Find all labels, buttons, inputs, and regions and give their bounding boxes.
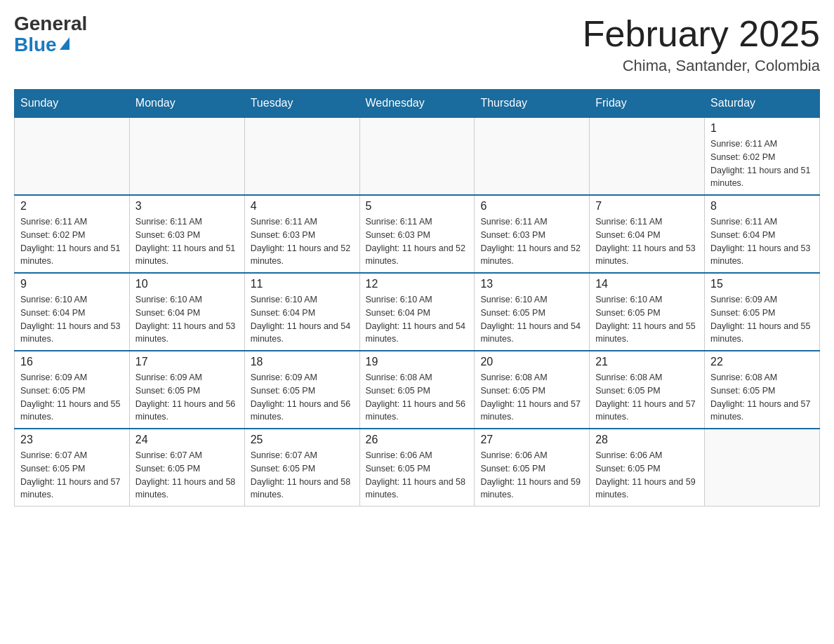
- day-info: Sunrise: 6:06 AMSunset: 6:05 PMDaylight:…: [366, 449, 469, 502]
- header-wednesday: Wednesday: [359, 90, 475, 118]
- header-friday: Friday: [590, 90, 705, 118]
- calendar-cell: [475, 117, 590, 195]
- day-info: Sunrise: 6:11 AMSunset: 6:04 PMDaylight:…: [595, 215, 699, 268]
- day-info: Sunrise: 6:11 AMSunset: 6:04 PMDaylight:…: [710, 215, 814, 268]
- calendar-cell: 24Sunrise: 6:07 AMSunset: 6:05 PMDayligh…: [129, 429, 244, 507]
- calendar-cell: 27Sunrise: 6:06 AMSunset: 6:05 PMDayligh…: [475, 429, 590, 507]
- day-number: 4: [251, 200, 354, 213]
- day-number: 19: [366, 356, 469, 368]
- header-monday: Monday: [129, 90, 244, 118]
- calendar-cell: 7Sunrise: 6:11 AMSunset: 6:04 PMDaylight…: [590, 195, 705, 273]
- day-number: 21: [595, 356, 699, 368]
- day-number: 18: [251, 356, 354, 368]
- day-info: Sunrise: 6:08 AMSunset: 6:05 PMDaylight:…: [366, 371, 469, 424]
- day-number: 20: [480, 356, 583, 368]
- day-number: 8: [710, 200, 814, 213]
- day-number: 25: [251, 434, 354, 446]
- day-number: 24: [135, 434, 239, 446]
- day-info: Sunrise: 6:11 AMSunset: 6:03 PMDaylight:…: [135, 215, 239, 268]
- calendar-cell: 23Sunrise: 6:07 AMSunset: 6:05 PMDayligh…: [15, 429, 130, 507]
- logo-blue-text: Blue: [14, 34, 70, 56]
- calendar-cell: 10Sunrise: 6:10 AMSunset: 6:04 PMDayligh…: [129, 273, 244, 351]
- calendar-cell: 25Sunrise: 6:07 AMSunset: 6:05 PMDayligh…: [244, 429, 359, 507]
- day-number: 13: [480, 278, 583, 290]
- day-info: Sunrise: 6:09 AMSunset: 6:05 PMDaylight:…: [710, 293, 814, 346]
- day-info: Sunrise: 6:07 AMSunset: 6:05 PMDaylight:…: [20, 449, 124, 502]
- calendar-cell: 21Sunrise: 6:08 AMSunset: 6:05 PMDayligh…: [590, 351, 705, 429]
- calendar-week-row: 16Sunrise: 6:09 AMSunset: 6:05 PMDayligh…: [15, 351, 820, 429]
- day-info: Sunrise: 6:07 AMSunset: 6:05 PMDaylight:…: [251, 449, 354, 502]
- day-number: 9: [20, 278, 124, 290]
- day-info: Sunrise: 6:10 AMSunset: 6:04 PMDaylight:…: [366, 293, 469, 346]
- calendar-week-row: 1Sunrise: 6:11 AMSunset: 6:02 PMDaylight…: [15, 117, 820, 195]
- day-number: 3: [135, 200, 239, 213]
- calendar-cell: 8Sunrise: 6:11 AMSunset: 6:04 PMDaylight…: [705, 195, 820, 273]
- header-sunday: Sunday: [15, 90, 130, 118]
- calendar-cell: [15, 117, 130, 195]
- calendar-cell: 20Sunrise: 6:08 AMSunset: 6:05 PMDayligh…: [475, 351, 590, 429]
- day-info: Sunrise: 6:08 AMSunset: 6:05 PMDaylight:…: [710, 371, 814, 424]
- day-number: 5: [366, 200, 469, 213]
- day-info: Sunrise: 6:11 AMSunset: 6:03 PMDaylight:…: [366, 215, 469, 268]
- calendar-cell: 18Sunrise: 6:09 AMSunset: 6:05 PMDayligh…: [244, 351, 359, 429]
- calendar-cell: 26Sunrise: 6:06 AMSunset: 6:05 PMDayligh…: [359, 429, 475, 507]
- day-info: Sunrise: 6:10 AMSunset: 6:05 PMDaylight:…: [480, 293, 583, 346]
- calendar-week-row: 23Sunrise: 6:07 AMSunset: 6:05 PMDayligh…: [15, 429, 820, 507]
- calendar-cell: [244, 117, 359, 195]
- day-info: Sunrise: 6:11 AMSunset: 6:02 PMDaylight:…: [710, 137, 814, 190]
- calendar-cell: 16Sunrise: 6:09 AMSunset: 6:05 PMDayligh…: [15, 351, 130, 429]
- day-info: Sunrise: 6:08 AMSunset: 6:05 PMDaylight:…: [480, 371, 583, 424]
- day-info: Sunrise: 6:11 AMSunset: 6:03 PMDaylight:…: [480, 215, 583, 268]
- day-number: 14: [595, 278, 699, 290]
- day-number: 17: [135, 356, 239, 368]
- location-subtitle: Chima, Santander, Colombia: [583, 57, 820, 75]
- day-number: 23: [20, 434, 124, 446]
- calendar-week-row: 2Sunrise: 6:11 AMSunset: 6:02 PMDaylight…: [15, 195, 820, 273]
- logo-general-text: General: [14, 14, 87, 34]
- calendar-cell: 14Sunrise: 6:10 AMSunset: 6:05 PMDayligh…: [590, 273, 705, 351]
- calendar-cell: 9Sunrise: 6:10 AMSunset: 6:04 PMDaylight…: [15, 273, 130, 351]
- logo-triangle-icon: [60, 37, 70, 50]
- day-number: 11: [251, 278, 354, 290]
- calendar-cell: 3Sunrise: 6:11 AMSunset: 6:03 PMDaylight…: [129, 195, 244, 273]
- calendar-cell: 1Sunrise: 6:11 AMSunset: 6:02 PMDaylight…: [705, 117, 820, 195]
- day-number: 12: [366, 278, 469, 290]
- header-tuesday: Tuesday: [244, 90, 359, 118]
- day-number: 6: [480, 200, 583, 213]
- day-info: Sunrise: 6:11 AMSunset: 6:03 PMDaylight:…: [251, 215, 354, 268]
- month-title: February 2025: [583, 14, 820, 54]
- calendar-cell: 5Sunrise: 6:11 AMSunset: 6:03 PMDaylight…: [359, 195, 475, 273]
- day-number: 28: [595, 434, 699, 446]
- day-info: Sunrise: 6:06 AMSunset: 6:05 PMDaylight:…: [595, 449, 699, 502]
- calendar-cell: 17Sunrise: 6:09 AMSunset: 6:05 PMDayligh…: [129, 351, 244, 429]
- day-number: 7: [595, 200, 699, 213]
- calendar-cell: 4Sunrise: 6:11 AMSunset: 6:03 PMDaylight…: [244, 195, 359, 273]
- day-number: 16: [20, 356, 124, 368]
- day-info: Sunrise: 6:06 AMSunset: 6:05 PMDaylight:…: [480, 449, 583, 502]
- logo: General Blue: [14, 14, 87, 56]
- calendar-cell: 13Sunrise: 6:10 AMSunset: 6:05 PMDayligh…: [475, 273, 590, 351]
- calendar-cell: [359, 117, 475, 195]
- calendar-cell: 11Sunrise: 6:10 AMSunset: 6:04 PMDayligh…: [244, 273, 359, 351]
- header-thursday: Thursday: [475, 90, 590, 118]
- day-number: 27: [480, 434, 583, 446]
- day-info: Sunrise: 6:11 AMSunset: 6:02 PMDaylight:…: [20, 215, 124, 268]
- calendar-cell: [705, 429, 820, 507]
- calendar-cell: 28Sunrise: 6:06 AMSunset: 6:05 PMDayligh…: [590, 429, 705, 507]
- day-info: Sunrise: 6:10 AMSunset: 6:04 PMDaylight:…: [251, 293, 354, 346]
- calendar-cell: [590, 117, 705, 195]
- day-number: 15: [710, 278, 814, 290]
- day-info: Sunrise: 6:09 AMSunset: 6:05 PMDaylight:…: [20, 371, 124, 424]
- calendar-cell: 19Sunrise: 6:08 AMSunset: 6:05 PMDayligh…: [359, 351, 475, 429]
- day-number: 22: [710, 356, 814, 368]
- calendar-cell: 22Sunrise: 6:08 AMSunset: 6:05 PMDayligh…: [705, 351, 820, 429]
- day-info: Sunrise: 6:10 AMSunset: 6:04 PMDaylight:…: [20, 293, 124, 346]
- day-info: Sunrise: 6:08 AMSunset: 6:05 PMDaylight:…: [595, 371, 699, 424]
- page-header: General Blue February 2025 Chima, Santan…: [14, 14, 820, 75]
- calendar-cell: 15Sunrise: 6:09 AMSunset: 6:05 PMDayligh…: [705, 273, 820, 351]
- calendar-cell: 12Sunrise: 6:10 AMSunset: 6:04 PMDayligh…: [359, 273, 475, 351]
- calendar-cell: [129, 117, 244, 195]
- day-info: Sunrise: 6:09 AMSunset: 6:05 PMDaylight:…: [251, 371, 354, 424]
- day-info: Sunrise: 6:07 AMSunset: 6:05 PMDaylight:…: [135, 449, 239, 502]
- day-info: Sunrise: 6:09 AMSunset: 6:05 PMDaylight:…: [135, 371, 239, 424]
